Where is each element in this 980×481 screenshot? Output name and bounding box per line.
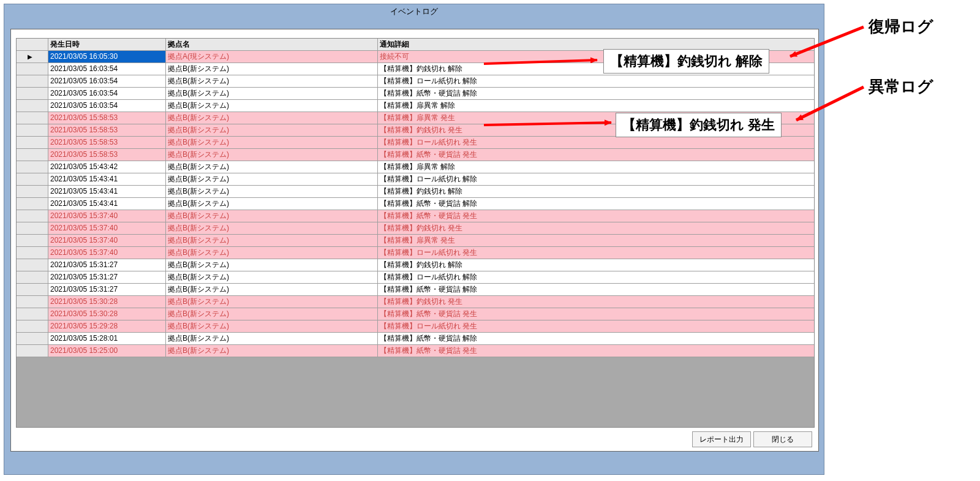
cell-detail: 【精算機】紙幣・硬貨詰 発生 bbox=[378, 308, 814, 320]
row-selector[interactable] bbox=[17, 137, 48, 148]
cell-site: 拠点B(新システム) bbox=[166, 284, 378, 295]
header-selector bbox=[17, 39, 48, 50]
close-button[interactable]: 閉じる bbox=[753, 431, 812, 447]
cell-detail: 【精算機】紙幣・硬貨詰 発生 bbox=[378, 149, 814, 161]
row-selector[interactable] bbox=[17, 173, 48, 185]
table-row[interactable]: 2021/03/05 15:30:28拠点B(新システム)【精算機】釣銭切れ 発… bbox=[17, 296, 814, 308]
error-log-label: 異常ログ bbox=[869, 76, 933, 97]
table-row[interactable]: 2021/03/05 15:31:27拠点B(新システム)【精算機】紙幣・硬貨詰… bbox=[17, 284, 814, 296]
row-selector[interactable] bbox=[17, 198, 48, 210]
cell-detail: 【精算機】ロール紙切れ 解除 bbox=[378, 75, 814, 87]
table-row[interactable]: 2021/03/05 15:43:42拠点B(新システム)【精算機】扉異常 解除 bbox=[17, 161, 814, 173]
cell-site: 拠点B(新システム) bbox=[166, 100, 378, 112]
table-row[interactable]: 2021/03/05 15:37:40拠点B(新システム)【精算機】扉異常 発生 bbox=[17, 235, 814, 247]
cell-site: 拠点B(新システム) bbox=[166, 210, 378, 222]
table-row[interactable]: 2021/03/05 15:25:00拠点B(新システム)【精算機】紙幣・硬貨詰… bbox=[17, 345, 814, 357]
cell-detail: 【精算機】紙幣・硬貨詰 解除 bbox=[378, 198, 814, 210]
cell-datetime: 2021/03/05 15:37:40 bbox=[48, 235, 166, 246]
row-selector[interactable] bbox=[17, 124, 48, 136]
cell-datetime: 2021/03/05 15:58:53 bbox=[48, 137, 166, 148]
row-selector[interactable] bbox=[17, 210, 48, 222]
cell-site: 拠点B(新システム) bbox=[166, 112, 378, 124]
cell-detail: 【精算機】扉異常 解除 bbox=[378, 161, 814, 173]
cell-datetime: 2021/03/05 15:29:28 bbox=[48, 320, 166, 332]
table-row[interactable]: 2021/03/05 16:03:54拠点B(新システム)【精算機】ロール紙切れ… bbox=[17, 75, 814, 88]
cell-site: 拠点B(新システム) bbox=[166, 320, 378, 332]
table-row[interactable]: 2021/03/05 15:37:40拠点B(新システム)【精算機】釣銭切れ 発… bbox=[17, 222, 814, 235]
row-selector[interactable] bbox=[17, 63, 48, 75]
cell-detail: 【精算機】釣銭切れ 解除 bbox=[378, 186, 814, 197]
row-selector[interactable] bbox=[17, 296, 48, 308]
row-selector[interactable]: ▶ bbox=[17, 51, 48, 62]
grid-body: ▶2021/03/05 16:05:30拠点A(現システム)接続不可2021/0… bbox=[17, 51, 814, 357]
cell-detail: 【精算機】ロール紙切れ 解除 bbox=[378, 173, 814, 185]
cell-site: 拠点B(新システム) bbox=[166, 235, 378, 246]
row-selector[interactable] bbox=[17, 75, 48, 87]
cell-site: 拠点B(新システム) bbox=[166, 149, 378, 161]
table-row[interactable]: 2021/03/05 15:37:40拠点B(新システム)【精算機】ロール紙切れ… bbox=[17, 247, 814, 259]
cell-site: 拠点B(新システム) bbox=[166, 161, 378, 173]
cell-site: 拠点B(新システム) bbox=[166, 308, 378, 320]
cell-datetime: 2021/03/05 15:43:41 bbox=[48, 173, 166, 185]
header-datetime[interactable]: 発生日時 bbox=[48, 39, 166, 50]
cell-datetime: 2021/03/05 15:58:53 bbox=[48, 112, 166, 124]
table-row[interactable]: 2021/03/05 16:03:54拠点B(新システム)【精算機】扉異常 解除 bbox=[17, 100, 814, 112]
window-title: イベントログ bbox=[4, 4, 824, 19]
cell-datetime: 2021/03/05 15:30:28 bbox=[48, 296, 166, 308]
row-selector[interactable] bbox=[17, 235, 48, 246]
row-selector[interactable] bbox=[17, 100, 48, 112]
cell-datetime: 2021/03/05 15:43:41 bbox=[48, 198, 166, 210]
table-row[interactable]: 2021/03/05 15:43:41拠点B(新システム)【精算機】紙幣・硬貨詰… bbox=[17, 198, 814, 210]
row-selector[interactable] bbox=[17, 88, 48, 99]
cell-detail: 【精算機】紙幣・硬貨詰 解除 bbox=[378, 333, 814, 344]
table-row[interactable]: 2021/03/05 15:28:01拠点B(新システム)【精算機】紙幣・硬貨詰… bbox=[17, 333, 814, 345]
cell-detail: 【精算機】紙幣・硬貨詰 発生 bbox=[378, 345, 814, 357]
cell-site: 拠点B(新システム) bbox=[166, 247, 378, 259]
cell-datetime: 2021/03/05 16:03:54 bbox=[48, 63, 166, 75]
callout-recovery-box: 【精算機】釣銭切れ 解除 bbox=[603, 49, 769, 74]
cell-datetime: 2021/03/05 15:37:40 bbox=[48, 222, 166, 234]
row-selector[interactable] bbox=[17, 112, 48, 124]
table-row[interactable]: 2021/03/05 15:29:28拠点B(新システム)【精算機】ロール紙切れ… bbox=[17, 320, 814, 333]
row-selector[interactable] bbox=[17, 345, 48, 357]
table-row[interactable]: 2021/03/05 15:30:28拠点B(新システム)【精算機】紙幣・硬貨詰… bbox=[17, 308, 814, 320]
table-row[interactable]: 2021/03/05 15:58:53拠点B(新システム)【精算機】紙幣・硬貨詰… bbox=[17, 149, 814, 161]
client-area: 発生日時 拠点名 通知詳細 ▶2021/03/05 16:05:30拠点A(現シ… bbox=[10, 29, 819, 452]
cell-datetime: 2021/03/05 15:31:27 bbox=[48, 259, 166, 271]
cell-site: 拠点B(新システム) bbox=[166, 186, 378, 197]
table-row[interactable]: 2021/03/05 15:37:40拠点B(新システム)【精算機】紙幣・硬貨詰… bbox=[17, 210, 814, 222]
table-row[interactable]: 2021/03/05 15:43:41拠点B(新システム)【精算機】釣銭切れ 解… bbox=[17, 186, 814, 198]
table-row[interactable]: 2021/03/05 15:31:27拠点B(新システム)【精算機】ロール紙切れ… bbox=[17, 271, 814, 284]
event-grid[interactable]: 発生日時 拠点名 通知詳細 ▶2021/03/05 16:05:30拠点A(現シ… bbox=[16, 38, 815, 428]
table-row[interactable]: 2021/03/05 15:58:53拠点B(新システム)【精算機】ロール紙切れ… bbox=[17, 137, 814, 149]
row-selector[interactable] bbox=[17, 284, 48, 295]
cell-detail: 【精算機】釣銭切れ 発生 bbox=[378, 296, 814, 308]
row-selector[interactable] bbox=[17, 222, 48, 234]
header-site[interactable]: 拠点名 bbox=[166, 39, 378, 50]
callout-error-box: 【精算機】釣銭切れ 発生 bbox=[616, 113, 782, 137]
row-selector[interactable] bbox=[17, 333, 48, 344]
cell-detail: 【精算機】紙幣・硬貨詰 解除 bbox=[378, 88, 814, 99]
row-selector[interactable] bbox=[17, 271, 48, 283]
cell-detail: 【精算機】紙幣・硬貨詰 発生 bbox=[378, 210, 814, 222]
table-row[interactable]: 2021/03/05 16:03:54拠点B(新システム)【精算機】紙幣・硬貨詰… bbox=[17, 88, 814, 100]
table-row[interactable]: 2021/03/05 15:43:41拠点B(新システム)【精算機】ロール紙切れ… bbox=[17, 173, 814, 186]
cell-site: 拠点B(新システム) bbox=[166, 271, 378, 283]
row-selector[interactable] bbox=[17, 186, 48, 197]
table-row[interactable]: 2021/03/05 15:31:27拠点B(新システム)【精算機】釣銭切れ 解… bbox=[17, 259, 814, 271]
cell-datetime: 2021/03/05 15:25:00 bbox=[48, 345, 166, 357]
cell-site: 拠点B(新システム) bbox=[166, 296, 378, 308]
cell-datetime: 2021/03/05 15:43:41 bbox=[48, 186, 166, 197]
current-row-icon: ▶ bbox=[28, 51, 32, 62]
row-selector[interactable] bbox=[17, 320, 48, 332]
row-selector[interactable] bbox=[17, 259, 48, 271]
cell-site: 拠点B(新システム) bbox=[166, 333, 378, 344]
row-selector[interactable] bbox=[17, 308, 48, 320]
cell-detail: 【精算機】ロール紙切れ 解除 bbox=[378, 271, 814, 283]
cell-site: 拠点B(新システム) bbox=[166, 173, 378, 185]
report-button[interactable]: レポート出力 bbox=[692, 431, 751, 447]
cell-detail: 【精算機】ロール紙切れ 発生 bbox=[378, 137, 814, 148]
row-selector[interactable] bbox=[17, 247, 48, 259]
row-selector[interactable] bbox=[17, 161, 48, 173]
row-selector[interactable] bbox=[17, 149, 48, 161]
